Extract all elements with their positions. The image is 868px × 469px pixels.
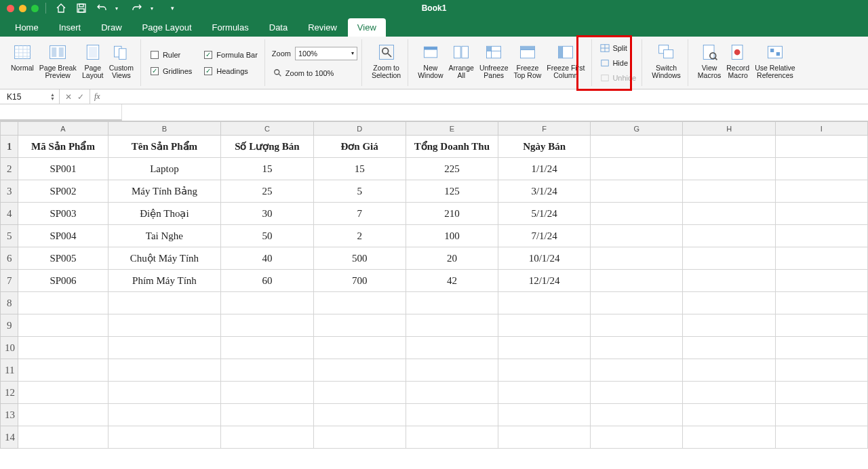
cell[interactable]: 60 xyxy=(221,270,313,292)
cell[interactable] xyxy=(591,247,683,270)
close-window-button[interactable] xyxy=(7,5,14,12)
table-row[interactable]: 12 xyxy=(1,382,868,404)
undo-dropdown-icon[interactable]: ▾ xyxy=(111,3,122,14)
undo-icon[interactable] xyxy=(96,3,107,14)
cell[interactable]: 20 xyxy=(406,247,498,270)
row-header[interactable]: 10 xyxy=(1,337,18,359)
cell[interactable] xyxy=(683,180,775,203)
cell[interactable] xyxy=(498,426,591,449)
custom-views-button[interactable]: Custom Views xyxy=(106,41,136,85)
cell[interactable]: Điện Thoại xyxy=(108,203,221,225)
cell[interactable] xyxy=(313,292,406,314)
cell[interactable] xyxy=(683,203,775,225)
tab-review[interactable]: Review xyxy=(298,18,347,37)
cell[interactable]: 210 xyxy=(406,203,498,225)
row-header[interactable]: 9 xyxy=(1,314,18,337)
cell[interactable] xyxy=(683,314,775,337)
cell[interactable] xyxy=(18,426,108,449)
cell[interactable] xyxy=(775,382,867,404)
cell[interactable] xyxy=(221,314,313,337)
cell[interactable]: SP005 xyxy=(18,247,108,270)
row-header[interactable]: 6 xyxy=(1,247,18,270)
save-icon[interactable] xyxy=(76,3,87,14)
cell[interactable] xyxy=(775,404,867,426)
row-header[interactable]: 5 xyxy=(1,225,18,247)
table-row[interactable]: 1Mã Sản PhẩmTên Sản PhẩmSố Lượng BánĐơn … xyxy=(1,136,868,158)
redo-dropdown-icon[interactable]: ▾ xyxy=(146,3,157,14)
minimize-window-button[interactable] xyxy=(19,5,26,12)
cell[interactable] xyxy=(18,337,108,359)
table-row[interactable]: 9 xyxy=(1,314,868,337)
cell[interactable] xyxy=(775,359,867,382)
cell[interactable] xyxy=(591,203,683,225)
cell[interactable] xyxy=(108,426,221,449)
tab-data[interactable]: Data xyxy=(260,18,297,37)
cell[interactable]: Máy Tính Bảng xyxy=(108,180,221,203)
row-header[interactable]: 2 xyxy=(1,158,18,180)
cell[interactable] xyxy=(406,382,498,404)
cell[interactable]: Tai Nghe xyxy=(108,225,221,247)
tab-insert[interactable]: Insert xyxy=(50,18,91,37)
freeze-first-column-button[interactable]: Freeze First Column xyxy=(544,41,587,85)
cell[interactable] xyxy=(683,225,775,247)
row-header[interactable]: 13 xyxy=(1,404,18,426)
cell[interactable] xyxy=(18,359,108,382)
cell[interactable] xyxy=(775,314,867,337)
cell[interactable] xyxy=(313,382,406,404)
cell[interactable] xyxy=(221,359,313,382)
cell[interactable] xyxy=(313,337,406,359)
record-macro-button[interactable]: Record Macro xyxy=(724,41,752,85)
cell[interactable] xyxy=(18,292,108,314)
name-box-spinner[interactable]: ▲▼ xyxy=(50,93,55,101)
cell[interactable] xyxy=(591,136,683,158)
cell[interactable]: 125 xyxy=(406,180,498,203)
row-header[interactable]: 4 xyxy=(1,203,18,225)
cell[interactable] xyxy=(406,404,498,426)
cell[interactable] xyxy=(591,404,683,426)
cell[interactable]: 50 xyxy=(221,225,313,247)
cell[interactable] xyxy=(591,426,683,449)
cell[interactable] xyxy=(108,404,221,426)
formula-input[interactable]: fx xyxy=(90,89,868,104)
cell[interactable] xyxy=(775,136,867,158)
col-header-I[interactable]: I xyxy=(775,122,867,136)
cell[interactable] xyxy=(498,314,591,337)
cell[interactable]: Đơn Giá xyxy=(313,136,406,158)
qat-customize-icon[interactable]: ▾ xyxy=(167,3,178,14)
redo-icon[interactable] xyxy=(132,3,142,14)
row-header[interactable]: 14 xyxy=(1,426,18,449)
cell[interactable] xyxy=(406,426,498,449)
cell[interactable] xyxy=(775,426,867,449)
enter-formula-icon[interactable]: ✓ xyxy=(77,92,84,102)
cell[interactable] xyxy=(498,359,591,382)
cell[interactable] xyxy=(775,247,867,270)
cell[interactable] xyxy=(313,426,406,449)
cell[interactable]: 12/1/24 xyxy=(498,270,591,292)
cell[interactable] xyxy=(591,292,683,314)
cell[interactable]: SP006 xyxy=(18,270,108,292)
arrange-all-button[interactable]: Arrange All xyxy=(446,41,477,85)
table-row[interactable]: 2SP001Laptop15152251/1/24 xyxy=(1,158,868,180)
row-header[interactable]: 11 xyxy=(1,359,18,382)
col-header-F[interactable]: F xyxy=(498,122,591,136)
view-macros-button[interactable]: View Macros xyxy=(695,41,724,85)
cell[interactable] xyxy=(18,382,108,404)
cell[interactable] xyxy=(18,314,108,337)
cell[interactable] xyxy=(683,426,775,449)
split-button[interactable]: Split xyxy=(599,42,637,54)
column-headers[interactable]: A B C D E F G H I xyxy=(1,122,868,136)
cell[interactable] xyxy=(406,359,498,382)
cell[interactable]: Phím Máy Tính xyxy=(108,270,221,292)
cell[interactable] xyxy=(775,158,867,180)
cell[interactable]: Mã Sản Phẩm xyxy=(18,136,108,158)
page-layout-button[interactable]: Page Layout xyxy=(79,41,106,85)
table-row[interactable]: 11 xyxy=(1,359,868,382)
unfreeze-panes-button[interactable]: Unfreeze Panes xyxy=(477,41,511,85)
cell[interactable] xyxy=(221,404,313,426)
home-icon[interactable] xyxy=(56,3,66,14)
cell[interactable] xyxy=(313,359,406,382)
cell[interactable]: 1/1/24 xyxy=(498,158,591,180)
cell[interactable] xyxy=(498,292,591,314)
cell[interactable] xyxy=(108,337,221,359)
cell[interactable] xyxy=(775,292,867,314)
